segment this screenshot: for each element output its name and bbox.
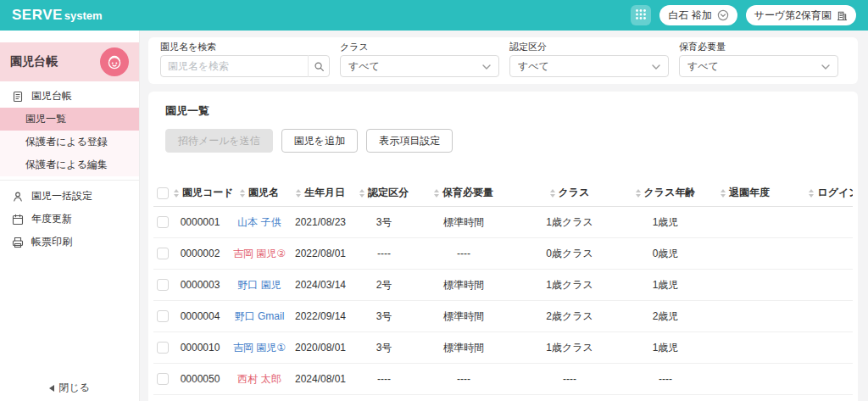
row-checkbox[interactable] — [157, 342, 169, 354]
select-all-checkbox[interactable] — [157, 187, 169, 199]
cell-leave_year — [701, 270, 789, 301]
cell-care_amount: ---- — [418, 364, 509, 395]
filter-group-class: クラス すべて — [340, 42, 499, 77]
sidebar-item-hogosha-touroku[interactable]: 保護者による登録 — [0, 131, 139, 153]
row-checkbox[interactable] — [157, 310, 169, 322]
column-header[interactable]: ログイン — [789, 180, 853, 207]
cell-code: 0000004 — [172, 301, 228, 332]
child-name-link[interactable]: 野口 園児 — [237, 279, 281, 291]
cell-name: 野口 Gmail — [228, 301, 291, 332]
column-header[interactable]: 生年月日 — [291, 180, 350, 207]
certification-filter-select[interactable]: すべて — [509, 55, 669, 77]
column-header[interactable]: 認定区分 — [350, 180, 418, 207]
filter-bar: 園児名を検索 クラス すべて 認定区分 すべて — [148, 37, 858, 84]
class-filter-value: すべて — [348, 59, 380, 74]
sidebar-item-chohyo-insatsu[interactable]: 帳票印刷 — [0, 231, 139, 253]
cell-class_name: ---- — [509, 364, 630, 395]
row-checkbox[interactable] — [157, 279, 169, 291]
column-header-label: クラス — [559, 187, 590, 198]
column-header-label: 保育必要量 — [442, 187, 493, 198]
panel-actions: 招待メールを送信 園児を追加 表示項目設定 — [165, 129, 853, 153]
sort-icon — [174, 189, 179, 198]
cell-care_amount: 標準時間 — [418, 301, 509, 332]
add-child-button[interactable]: 園児を追加 — [281, 129, 358, 153]
row-checkbox-cell — [153, 270, 172, 301]
class-filter-select[interactable]: すべて — [340, 55, 499, 77]
cell-certification: 3号 — [350, 207, 418, 238]
cell-class_age: 1歳児 — [630, 332, 701, 364]
apps-grid-button[interactable] — [631, 5, 651, 25]
cell-class_age: ---- — [630, 364, 701, 395]
child-name-search-input[interactable] — [160, 55, 330, 77]
collapse-arrow-icon — [49, 385, 54, 392]
child-name-link[interactable]: 山本 子供 — [237, 216, 281, 228]
column-header-label: クラス年齢 — [644, 187, 696, 198]
cell-certification: 2号 — [350, 395, 418, 401]
main-content: 園児名を検索 クラス すべて 認定区分 すべて — [140, 31, 868, 401]
sidebar-item-hogosha-henshu[interactable]: 保護者による編集 — [0, 153, 139, 176]
cell-name: 野口 園児 — [228, 270, 291, 301]
sidebar-item-nendo-koushin[interactable]: 年度更新 — [0, 208, 139, 231]
search-icon[interactable] — [308, 55, 330, 77]
cell-class_age: 1歳児 — [630, 207, 701, 238]
column-header[interactable]: クラス年齢 — [630, 180, 701, 207]
person-settings-icon — [11, 191, 25, 203]
column-header-label: 退園年度 — [729, 187, 770, 198]
care-amount-filter-select[interactable]: すべて — [679, 55, 838, 77]
row-checkbox[interactable] — [157, 373, 169, 385]
child-name-link[interactable]: 吉岡 園児① — [233, 342, 286, 354]
calendar-icon — [11, 214, 25, 226]
send-invite-mail-button[interactable]: 招待メールを送信 — [165, 129, 273, 153]
sidebar-collapse-button[interactable]: 閉じる — [0, 381, 139, 395]
cell-certification: 3号 — [350, 301, 418, 332]
column-header[interactable]: 園児コード — [172, 180, 228, 207]
cell-leave_year — [701, 301, 789, 332]
cell-certification: ---- — [350, 238, 418, 270]
child-name-link[interactable]: 吉岡 園児② — [233, 248, 286, 259]
cell-leave_year — [701, 395, 789, 401]
sidebar-item-enji-daicho[interactable]: 園児台帳 — [0, 85, 139, 108]
search-input-wrap — [160, 55, 330, 77]
sidebar-item-enji-ichiran[interactable]: 園児一覧 — [0, 108, 139, 131]
column-header[interactable]: クラス — [509, 180, 630, 207]
row-checkbox[interactable] — [157, 216, 169, 228]
sort-icon — [809, 189, 814, 198]
table-row: 0000004野口 Gmail2022/09/143号標準時間2歳クラス2歳児 — [153, 301, 853, 332]
filter-group-search: 園児名を検索 — [160, 42, 330, 77]
cell-class_name: 1歳クラス — [509, 270, 630, 301]
cell-name: 吉岡 園児② — [228, 238, 291, 270]
display-settings-button[interactable]: 表示項目設定 — [366, 129, 453, 153]
cell-code: 0000010 — [172, 332, 228, 364]
panel-title: 園児一覧 — [165, 103, 853, 119]
sidebar-item-label: 園児一括設定 — [31, 189, 92, 203]
sidebar-item-label: 年度更新 — [31, 212, 72, 226]
column-header[interactable]: 退園年度 — [701, 180, 789, 207]
cell-leave_year — [701, 238, 789, 270]
class-filter-label: クラス — [340, 42, 499, 53]
column-header-label: 園児名 — [248, 187, 279, 198]
child-name-link[interactable]: 野口 Gmail — [235, 310, 285, 322]
row-checkbox[interactable] — [157, 248, 169, 259]
column-header[interactable]: 園児名 — [228, 180, 291, 207]
facility-menu-button[interactable]: サーヴ第2保育園 — [746, 5, 856, 25]
facility-name: サーヴ第2保育園 — [754, 8, 832, 23]
cell-birthdate: 2020/05/01 — [291, 395, 350, 401]
user-menu-button[interactable]: 白石 裕加 — [659, 5, 737, 25]
cell-care_amount: 標準時間 — [418, 332, 509, 364]
cell-code: 0000001 — [172, 207, 228, 238]
sidebar-item-label: 帳票印刷 — [31, 235, 72, 249]
cell-name: 山本 子供 — [228, 207, 291, 238]
column-header[interactable]: 保育必要量 — [418, 180, 509, 207]
cell-code: 0000002 — [172, 238, 228, 270]
children-table-wrap: 園児コード園児名生年月日認定区分保育必要量クラスクラス年齢退園年度ログイン 00… — [153, 180, 853, 401]
sort-icon — [721, 189, 726, 198]
cell-class_age: 0歳児 — [630, 238, 701, 270]
sidebar-item-ikkatsu-settei[interactable]: 園児一括設定 — [0, 185, 139, 208]
children-list-panel: 園児一覧 招待メールを送信 園児を追加 表示項目設定 園児コード園児名生年月日認… — [148, 92, 858, 401]
sort-icon — [434, 189, 439, 198]
cell-login — [789, 395, 853, 401]
cell-birthdate: 2021/08/23 — [291, 207, 350, 238]
sidebar-item-label: 園児一覧 — [25, 112, 66, 126]
sort-icon — [296, 189, 301, 198]
child-name-link[interactable]: 西村 太郎 — [237, 373, 281, 385]
